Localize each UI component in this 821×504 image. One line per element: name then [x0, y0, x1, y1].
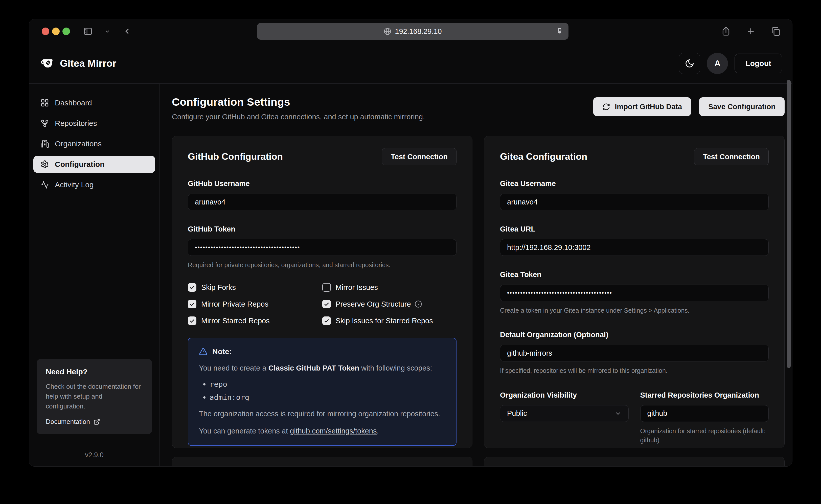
chevron-down-icon[interactable] — [104, 28, 110, 34]
warning-triangle-icon — [199, 347, 208, 356]
github-card-title: GitHub Configuration — [188, 151, 283, 162]
scrollbar-thumb[interactable] — [787, 80, 791, 368]
sidebar-item-configuration[interactable]: Configuration — [33, 156, 155, 173]
checkbox[interactable] — [322, 300, 331, 308]
activity-icon — [40, 180, 49, 189]
organization-visibility-label: Organization Visibility — [500, 391, 629, 399]
tab-overview-icon[interactable] — [770, 26, 781, 37]
organization-visibility-select[interactable]: Public — [500, 405, 629, 422]
mirror-options: Skip Forks Mirror Private Repos Mirror S… — [188, 283, 457, 325]
note-line2: The organization access is required for … — [199, 409, 445, 419]
checkbox[interactable] — [322, 316, 331, 325]
next-cards-row — [172, 457, 785, 467]
dashboard-icon — [40, 99, 49, 107]
help-body: Check out the documentation for help wit… — [46, 382, 143, 411]
gitea-url-input[interactable] — [500, 239, 769, 256]
checkbox[interactable] — [188, 300, 196, 308]
gitea-token-label: Gitea Token — [500, 270, 769, 279]
tokens-link[interactable]: github.com/settings/tokens — [290, 427, 377, 435]
avatar[interactable]: A — [707, 53, 728, 74]
toolbar-divider — [99, 26, 99, 36]
zoom-button[interactable] — [62, 28, 70, 35]
info-icon[interactable] — [415, 300, 422, 308]
gear-icon — [40, 160, 49, 169]
note-title: Note: — [212, 347, 232, 356]
external-link-icon — [94, 419, 100, 425]
checkbox-preserve-org-structure: Preserve Org Structure — [322, 300, 457, 308]
documentation-link[interactable]: Documentation — [46, 418, 143, 426]
minimize-button[interactable] — [52, 28, 60, 35]
github-username-label: GitHub Username — [188, 179, 457, 188]
note-scope-list: repo admin:org — [199, 380, 445, 402]
checkbox-skip-issues-starred: Skip Issues for Starred Repos — [322, 316, 457, 325]
pat-token-note: Note: You need to create a Classic GitHu… — [188, 338, 457, 446]
starred-repos-org-label: Starred Repositories Organization — [640, 391, 769, 399]
save-configuration-button[interactable]: Save Configuration — [699, 97, 785, 116]
building-icon — [40, 140, 49, 148]
new-tab-icon[interactable] — [746, 26, 756, 36]
scope-item: repo — [210, 380, 445, 388]
partial-card — [484, 457, 785, 467]
partial-card — [172, 457, 472, 467]
sidebar-toggle-icon[interactable] — [83, 27, 93, 36]
close-button[interactable] — [42, 28, 49, 35]
default-organization-label: Default Organization (Optional) — [500, 331, 769, 339]
default-organization-input[interactable] — [500, 345, 769, 361]
gitea-username-label: Gitea Username — [500, 179, 769, 188]
address-bar[interactable]: 192.168.29.10 — [257, 23, 568, 40]
logout-button[interactable]: Logout — [735, 54, 782, 73]
app-header: Gitea Mirror A Logout — [29, 43, 792, 84]
github-token-input[interactable] — [188, 239, 457, 256]
share-icon[interactable] — [721, 26, 731, 36]
url-text: 192.168.29.10 — [395, 27, 442, 36]
git-fork-icon — [40, 119, 49, 128]
starred-repos-org-helper: Organization for starred repositories (d… — [640, 426, 769, 445]
window-controls — [42, 28, 70, 35]
gitea-username-input[interactable] — [500, 194, 769, 210]
default-organization-helper: If specified, repositories will be mirro… — [500, 366, 769, 375]
documentation-link-label: Documentation — [46, 418, 90, 426]
checkbox[interactable] — [322, 283, 331, 292]
github-test-connection-button[interactable]: Test Connection — [382, 148, 457, 165]
gitea-token-input[interactable] — [500, 285, 769, 301]
checkbox-label: Mirror Private Repos — [201, 300, 268, 308]
app-title: Gitea Mirror — [60, 58, 116, 69]
checkbox-mirror-starred-repos: Mirror Starred Repos — [188, 316, 322, 325]
desktop-background: 192.168.29.10 — [0, 0, 821, 504]
page-settings-icon[interactable] — [556, 28, 563, 35]
import-github-data-button[interactable]: Import GitHub Data — [593, 97, 691, 116]
sidebar-item-organizations[interactable]: Organizations — [33, 135, 155, 152]
chevron-down-icon — [614, 410, 622, 417]
main-content: Configuration Settings Configure your Gi… — [160, 84, 792, 467]
github-configuration-card: GitHub Configuration Test Connection Git… — [172, 136, 472, 448]
checkbox-label: Mirror Starred Repos — [201, 317, 270, 325]
sidebar-item-label: Activity Log — [55, 180, 94, 189]
checkbox-label: Preserve Org Structure — [336, 300, 411, 308]
gitea-url-label: Gitea URL — [500, 225, 769, 233]
github-token-label: GitHub Token — [188, 225, 457, 233]
back-icon[interactable] — [123, 27, 132, 36]
checkbox[interactable] — [188, 283, 196, 292]
checkbox-label: Skip Forks — [201, 283, 236, 292]
sidebar-item-label: Organizations — [55, 140, 102, 148]
note-line3: You can generate tokens at github.com/se… — [199, 426, 445, 436]
sidebar-item-dashboard[interactable]: Dashboard — [33, 94, 155, 111]
gitea-card-title: Gitea Configuration — [500, 151, 587, 162]
checkbox-skip-forks: Skip Forks — [188, 283, 322, 292]
globe-icon — [384, 28, 391, 35]
page-subtitle: Configure your GitHub and Gitea connecti… — [172, 113, 425, 121]
github-username-input[interactable] — [188, 194, 457, 210]
moon-icon — [685, 59, 694, 68]
sidebar-item-repositories[interactable]: Repositories — [33, 115, 155, 132]
starred-repos-org-input[interactable] — [640, 405, 769, 422]
help-title: Need Help? — [46, 368, 143, 376]
checkbox-label: Mirror Issues — [336, 283, 378, 292]
checkbox[interactable] — [188, 316, 196, 325]
checkbox-label: Skip Issues for Starred Repos — [336, 317, 433, 325]
app-version: v2.9.0 — [33, 451, 155, 459]
browser-window: 192.168.29.10 — [29, 19, 792, 467]
theme-toggle-button[interactable] — [679, 53, 700, 74]
sidebar-item-activity-log[interactable]: Activity Log — [33, 176, 155, 193]
checkbox-mirror-issues: Mirror Issues — [322, 283, 457, 292]
gitea-test-connection-button[interactable]: Test Connection — [694, 148, 769, 165]
